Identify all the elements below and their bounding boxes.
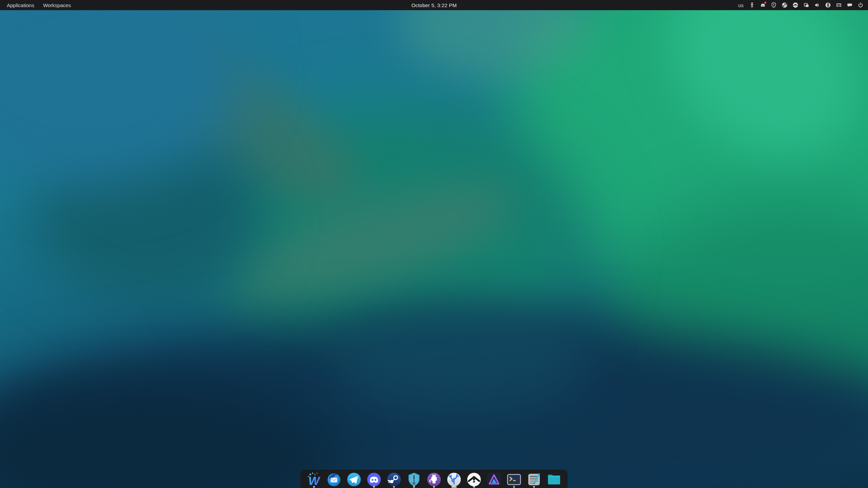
chat-tray-button[interactable] <box>844 0 855 10</box>
bluetooth-tray-button[interactable] <box>823 0 833 10</box>
shield-alert-icon <box>771 2 777 8</box>
steam-icon <box>386 471 402 488</box>
dock-item-steam[interactable] <box>386 470 402 488</box>
wallpaper-blob <box>330 303 590 410</box>
power-tray-button[interactable] <box>855 0 866 10</box>
desktop-wallpaper <box>0 0 868 488</box>
dock-item-github-desktop[interactable] <box>426 470 442 488</box>
top-panel: Applications Workspaces October 5, 3:22 … <box>0 0 868 10</box>
workspaces-menu[interactable]: Workspaces <box>40 1 74 9</box>
panel-menus: Applications Workspaces <box>0 1 74 9</box>
dock-item-security-shield[interactable] <box>406 470 422 488</box>
triangle-app-icon <box>486 471 502 488</box>
dock: W <box>300 470 568 488</box>
system-tray: us <box>735 0 868 10</box>
running-indicator <box>533 486 535 488</box>
discord-notification-badge <box>764 2 766 4</box>
running-indicator <box>433 486 435 488</box>
waterfox-icon: W <box>306 471 322 488</box>
running-indicator <box>313 486 315 488</box>
terminal-icon <box>506 471 522 488</box>
running-indicator <box>393 486 395 488</box>
steam-icon <box>782 2 788 8</box>
running-indicator <box>373 486 375 488</box>
applications-menu[interactable]: Applications <box>3 1 38 9</box>
dock-item-telegram[interactable] <box>346 470 362 488</box>
network-wired-icon <box>836 2 842 8</box>
dock-item-discord[interactable] <box>366 470 382 488</box>
dock-item-corectrl[interactable] <box>446 470 462 488</box>
github-octocat-icon <box>426 471 442 488</box>
accessibility-tray-button[interactable] <box>747 0 757 10</box>
running-indicator <box>513 486 515 488</box>
shield-alert-tray-button[interactable] <box>768 0 779 10</box>
coral-icon <box>446 471 462 488</box>
discord-tray-button[interactable] <box>757 0 768 10</box>
folder-icon <box>546 471 562 488</box>
network-tray-button[interactable] <box>833 0 844 10</box>
shield-exclamation-icon <box>406 471 422 488</box>
windows-stack-icon <box>803 2 809 8</box>
power-icon <box>857 2 864 8</box>
dock-item-waterfox[interactable]: W <box>306 470 322 488</box>
svg-text:W: W <box>308 474 320 487</box>
accessibility-icon <box>749 2 755 8</box>
dock-item-file-manager[interactable] <box>546 470 562 488</box>
hang-glider-icon <box>466 471 482 488</box>
hang-glider-icon <box>792 2 798 8</box>
discord-icon <box>366 471 382 488</box>
running-indicator <box>473 486 475 488</box>
text-editor-icon <box>526 471 542 488</box>
dock-item-jellyfin[interactable] <box>486 470 502 488</box>
dock-item-thunderbird[interactable] <box>326 470 342 488</box>
steam-tray-button[interactable] <box>779 0 790 10</box>
chat-bubble-icon <box>847 2 853 8</box>
volume-tray-button[interactable] <box>812 0 823 10</box>
running-indicator <box>451 486 457 488</box>
running-indicator <box>413 486 415 488</box>
dock-item-hang-glider-app[interactable] <box>466 470 482 488</box>
clock[interactable]: October 5, 3:22 PM <box>411 2 457 8</box>
bluetooth-icon <box>825 2 831 8</box>
volume-icon <box>814 2 820 8</box>
hang-glider-tray-button[interactable] <box>790 0 801 10</box>
dock-item-terminal[interactable] <box>506 470 522 488</box>
keyboard-layout-indicator[interactable]: us <box>735 0 747 10</box>
thunderbird-icon <box>326 471 342 488</box>
dock-item-text-editor[interactable] <box>526 470 542 488</box>
telegram-icon <box>346 471 362 488</box>
windows-stack-tray-button[interactable] <box>801 0 812 10</box>
